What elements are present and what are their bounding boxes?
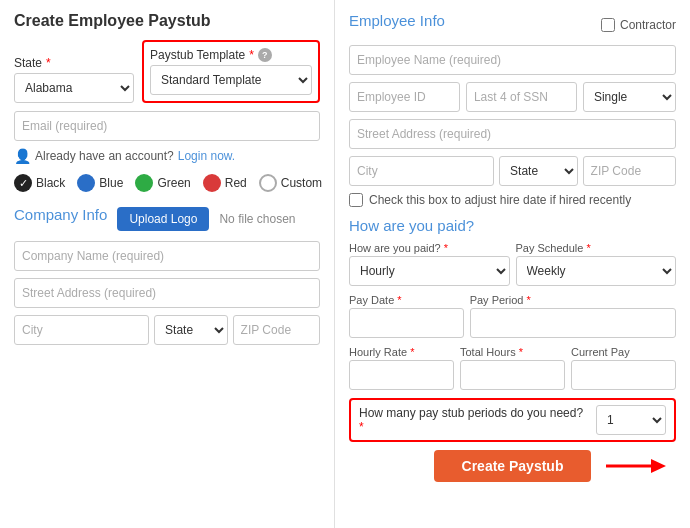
periods-select[interactable]: 1 2 3 4 5 6	[596, 405, 666, 435]
employee-name-input[interactable]	[349, 45, 676, 75]
pay-period-label: Pay Period *	[470, 294, 676, 306]
employee-city-input[interactable]	[349, 156, 494, 186]
adjust-hire-checkbox[interactable]	[349, 193, 363, 207]
arrow-indicator	[606, 454, 666, 478]
black-selected-icon: ✓	[14, 174, 32, 192]
pay-schedule-label: Pay Schedule *	[516, 242, 677, 254]
color-black[interactable]: ✓ Black	[14, 174, 65, 192]
page-title: Create Employee Paystub	[14, 12, 320, 30]
company-state-select[interactable]: State ALCA	[154, 315, 228, 345]
color-blue[interactable]: Blue	[77, 174, 123, 192]
pay-date-input[interactable]: 05/19/2021	[349, 308, 464, 338]
current-pay-label: Current Pay	[571, 346, 676, 358]
color-custom[interactable]: Custom	[259, 174, 322, 192]
employee-state-select[interactable]: State ALCA	[499, 156, 578, 186]
pay-date-label: Pay Date *	[349, 294, 464, 306]
svg-marker-1	[651, 459, 666, 473]
how-paid-select[interactable]: Hourly Salary	[349, 256, 510, 286]
login-text: Already have an account?	[35, 149, 174, 163]
periods-label: How many pay stub periods do you need? *	[359, 406, 590, 434]
pay-schedule-select[interactable]: Weekly Bi-Weekly Semi-Monthly Monthly	[516, 256, 677, 286]
total-hours-label: Total Hours *	[460, 346, 565, 358]
company-section-title: Company Info	[14, 206, 107, 223]
red-circle	[203, 174, 221, 192]
employee-id-input[interactable]	[349, 82, 460, 112]
person-icon: 👤	[14, 148, 31, 164]
how-paid-label: How are you paid? *	[349, 242, 510, 254]
template-label: Paystub Template	[150, 48, 245, 62]
company-name-input[interactable]	[14, 241, 320, 271]
current-pay-input[interactable]	[571, 360, 676, 390]
blue-circle	[77, 174, 95, 192]
custom-circle	[259, 174, 277, 192]
company-city-input[interactable]	[14, 315, 149, 345]
color-red[interactable]: Red	[203, 174, 247, 192]
color-green[interactable]: Green	[135, 174, 190, 192]
contractor-label: Contractor	[620, 18, 676, 32]
pay-period-input[interactable]: 05/13/2021 - 05/19/2021	[470, 308, 676, 338]
total-hours-input[interactable]: 40	[460, 360, 565, 390]
login-link[interactable]: Login now.	[178, 149, 235, 163]
contractor-checkbox[interactable]	[601, 18, 615, 32]
company-street-input[interactable]	[14, 278, 320, 308]
email-input[interactable]	[14, 111, 320, 141]
last-ssn-input[interactable]	[466, 82, 577, 112]
upload-logo-button[interactable]: Upload Logo	[117, 207, 209, 231]
help-icon[interactable]: ?	[258, 48, 272, 62]
employee-street-input[interactable]	[349, 119, 676, 149]
marital-status-select[interactable]: Single Married Exempt	[583, 82, 676, 112]
adjust-hire-label: Check this box to adjust hire date if hi…	[369, 193, 631, 207]
hourly-rate-input[interactable]: 20	[349, 360, 454, 390]
employee-section-title: Employee Info	[349, 12, 445, 29]
green-circle	[135, 174, 153, 192]
no-file-text: No file chosen	[219, 212, 295, 226]
state-label: State	[14, 56, 42, 70]
pay-section-title: How are you paid?	[349, 217, 676, 234]
employee-zip-input[interactable]	[583, 156, 676, 186]
company-zip-input[interactable]	[233, 315, 320, 345]
hourly-rate-label: Hourly Rate *	[349, 346, 454, 358]
template-select[interactable]: Standard Template Premium Template	[150, 65, 312, 95]
create-paystub-button[interactable]: Create Paystub	[434, 450, 592, 482]
state-select[interactable]: Alabama Alaska Arizona California	[14, 73, 134, 103]
